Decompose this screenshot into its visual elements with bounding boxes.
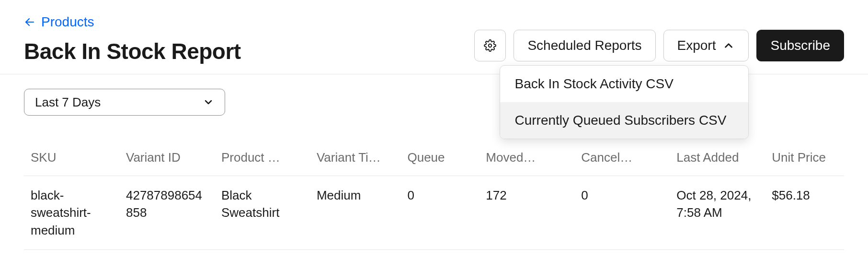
table-header-row: SKU Variant ID Product … Variant Ti… Que… — [24, 140, 844, 176]
th-queue[interactable]: Queue — [400, 140, 479, 176]
subscribe-button[interactable]: Subscribe — [756, 30, 844, 61]
gear-icon — [484, 39, 496, 52]
th-moved[interactable]: Moved… — [479, 140, 574, 176]
subscribe-label: Subscribe — [770, 38, 830, 53]
export-menu-item-label: Currently Queued Subscribers CSV — [514, 113, 726, 128]
breadcrumb[interactable]: Products — [24, 14, 241, 30]
table-row[interactable]: black-sweatshirt-medium 42787898654858 B… — [24, 176, 844, 250]
chevron-down-icon — [203, 96, 214, 108]
cell-sku: black-sweatshirt-medium — [24, 176, 119, 250]
date-range-value: Last 7 Days — [35, 95, 101, 110]
export-button[interactable]: Export — [663, 30, 749, 61]
chevron-up-icon — [722, 39, 735, 52]
breadcrumb-label: Products — [41, 14, 94, 30]
report-table: SKU Variant ID Product … Variant Ti… Que… — [24, 140, 844, 250]
export-dropdown: Export Back In Stock Activity CSV Curren… — [663, 30, 749, 61]
th-last-added[interactable]: Last Added — [670, 140, 765, 176]
cell-variant-title: Medium — [310, 176, 401, 250]
th-product[interactable]: Product … — [215, 140, 310, 176]
th-unit-price[interactable]: Unit Price — [765, 140, 844, 176]
header-actions: Scheduled Reports Export Back In Stock A… — [474, 30, 844, 61]
page-header: Products Back In Stock Report Scheduled … — [0, 0, 868, 74]
cell-last-added: Oct 28, 2024, 7:58 AM — [670, 176, 765, 250]
svg-point-1 — [489, 44, 492, 47]
cell-moved: 172 — [479, 176, 574, 250]
export-menu-item-activity[interactable]: Back In Stock Activity CSV — [500, 66, 748, 102]
header-left: Products Back In Stock Report — [24, 14, 241, 64]
export-menu-item-label: Back In Stock Activity CSV — [514, 76, 673, 91]
th-cancel[interactable]: Cancel… — [574, 140, 670, 176]
cell-variant-id: 42787898654858 — [119, 176, 215, 250]
page-title: Back In Stock Report — [24, 38, 241, 64]
settings-button[interactable] — [474, 30, 506, 61]
export-menu-item-queued[interactable]: Currently Queued Subscribers CSV — [500, 102, 748, 139]
th-variant-id[interactable]: Variant ID — [119, 140, 215, 176]
cell-unit-price: $56.18 — [765, 176, 844, 250]
date-range-select[interactable]: Last 7 Days — [24, 89, 225, 116]
scheduled-reports-button[interactable]: Scheduled Reports — [514, 30, 655, 61]
th-sku[interactable]: SKU — [24, 140, 119, 176]
arrow-left-icon — [24, 16, 35, 28]
export-menu: Back In Stock Activity CSV Currently Que… — [500, 65, 749, 139]
cell-cancel: 0 — [574, 176, 670, 250]
cell-queue: 0 — [400, 176, 479, 250]
scheduled-reports-label: Scheduled Reports — [527, 38, 641, 53]
th-variant-title[interactable]: Variant Ti… — [310, 140, 401, 176]
cell-product: Black Sweatshirt — [215, 176, 310, 250]
export-label: Export — [677, 38, 716, 53]
